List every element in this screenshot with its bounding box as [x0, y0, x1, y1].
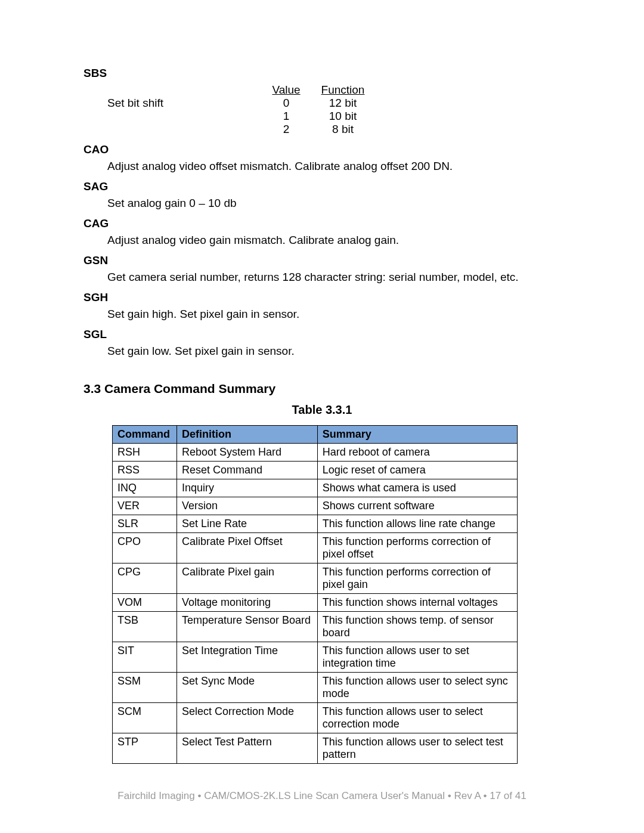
- sbs-function: 8 bit: [310, 123, 376, 136]
- table-row: RSH Reboot System Hard Hard reboot of ca…: [113, 444, 518, 462]
- def-heading: GSN: [83, 254, 561, 267]
- footer: Fairchild Imaging • CAM/CMOS-2K.LS Line …: [0, 790, 644, 802]
- def-desc: Set gain high. Set pixel gain in sensor.: [107, 308, 561, 321]
- sbs-function: 10 bit: [310, 110, 376, 123]
- cell-command: VER: [113, 497, 177, 515]
- table-row: SSM Set Sync Mode This function allows u…: [113, 673, 518, 703]
- table-row: CPG Calibrate Pixel gain This function p…: [113, 563, 518, 594]
- cell-command: SLR: [113, 515, 177, 533]
- cell-summary: Hard reboot of camera: [317, 444, 517, 462]
- cell-command: RSH: [113, 444, 177, 462]
- table-row: CPO Calibrate Pixel Offset This function…: [113, 533, 518, 563]
- cell-command: CPO: [113, 533, 177, 563]
- def-item: GSN Get camera serial number, returns 12…: [83, 254, 561, 284]
- def-desc: Adjust analog video offset mismatch. Cal…: [107, 160, 561, 173]
- cell-command: CPG: [113, 563, 177, 594]
- cell-command: SSM: [113, 673, 177, 703]
- sbs-table: Value Function Set bit shift 0 12 bit 1 …: [107, 83, 561, 136]
- def-desc: Adjust analog video gain mismatch. Calib…: [107, 234, 561, 247]
- table-row: STP Select Test Pattern This function al…: [113, 733, 518, 764]
- cell-summary: Logic reset of camera: [317, 462, 517, 479]
- cell-definition: Select Test Pattern: [177, 733, 317, 764]
- def-item: CAG Adjust analog video gain mismatch. C…: [83, 217, 561, 247]
- def-heading: SAG: [83, 180, 561, 193]
- page: SBS Value Function Set bit shift 0 12 bi…: [0, 0, 644, 833]
- cell-definition: Reset Command: [177, 462, 317, 479]
- cell-summary: This function allows user to set integra…: [317, 642, 517, 673]
- table-row: VOM Voltage monitoring This function sho…: [113, 594, 518, 612]
- def-desc: Get camera serial number, returns 128 ch…: [107, 271, 561, 284]
- cell-summary: Shows what camera is used: [317, 479, 517, 497]
- table-row: SCM Select Correction Mode This function…: [113, 703, 518, 733]
- cell-command: INQ: [113, 479, 177, 497]
- cell-summary: Shows current software: [317, 497, 517, 515]
- cell-definition: Voltage monitoring: [177, 594, 317, 612]
- cell-summary: This function performs correction of pix…: [317, 533, 517, 563]
- def-desc: Set gain low. Set pixel gain in sensor.: [107, 345, 561, 358]
- th-definition: Definition: [177, 426, 317, 444]
- sbs-empty-cell: [107, 83, 262, 97]
- table-caption: Table 3.3.1: [83, 403, 561, 417]
- table-row: RSS Reset Command Logic reset of camera: [113, 462, 518, 479]
- cell-definition: Temperature Sensor Board: [177, 612, 317, 642]
- cell-definition: Version: [177, 497, 317, 515]
- th-command: Command: [113, 426, 177, 444]
- def-item: CAO Adjust analog video offset mismatch.…: [83, 143, 561, 173]
- cell-summary: This function shows internal voltages: [317, 594, 517, 612]
- sbs-value: 0: [262, 97, 310, 110]
- cell-command: STP: [113, 733, 177, 764]
- def-heading: SGL: [83, 328, 561, 341]
- cell-definition: Inquiry: [177, 479, 317, 497]
- cell-summary: This function allows user to select test…: [317, 733, 517, 764]
- table-header-row: Command Definition Summary: [113, 426, 518, 444]
- sbs-empty-cell: [107, 110, 262, 123]
- def-item: SGL Set gain low. Set pixel gain in sens…: [83, 328, 561, 358]
- sbs-header-function: Function: [310, 83, 376, 97]
- sbs-empty-cell: [107, 123, 262, 136]
- def-heading: CAG: [83, 217, 561, 230]
- section-heading: 3.3 Camera Command Summary: [83, 382, 561, 396]
- cell-summary: This function performs correction of pix…: [317, 563, 517, 594]
- sbs-value: 2: [262, 123, 310, 136]
- cell-summary: This function shows temp. of sensor boar…: [317, 612, 517, 642]
- cell-command: VOM: [113, 594, 177, 612]
- cell-command: TSB: [113, 612, 177, 642]
- table-row: VER Version Shows current software: [113, 497, 518, 515]
- def-desc: Set analog gain 0 – 10 db: [107, 197, 561, 210]
- cell-summary: This function allows user to select corr…: [317, 703, 517, 733]
- table-row: SIT Set Integration Time This function a…: [113, 642, 518, 673]
- cell-command: RSS: [113, 462, 177, 479]
- table-row: INQ Inquiry Shows what camera is used: [113, 479, 518, 497]
- cell-summary: This function allows line rate change: [317, 515, 517, 533]
- cell-definition: Set Line Rate: [177, 515, 317, 533]
- sbs-function: 12 bit: [310, 97, 376, 110]
- command-summary-table: Command Definition Summary RSH Reboot Sy…: [112, 425, 518, 764]
- cell-definition: Set Integration Time: [177, 642, 317, 673]
- cell-summary: This function allows user to select sync…: [317, 673, 517, 703]
- heading-sbs: SBS: [83, 67, 561, 80]
- th-summary: Summary: [317, 426, 517, 444]
- cell-definition: Select Correction Mode: [177, 703, 317, 733]
- def-item: SAG Set analog gain 0 – 10 db: [83, 180, 561, 210]
- cell-definition: Set Sync Mode: [177, 673, 317, 703]
- def-heading: SGH: [83, 291, 561, 304]
- sbs-value: 1: [262, 110, 310, 123]
- sbs-header-value: Value: [262, 83, 310, 97]
- cell-command: SIT: [113, 642, 177, 673]
- sbs-label: Set bit shift: [107, 97, 262, 110]
- cell-definition: Reboot System Hard: [177, 444, 317, 462]
- cell-definition: Calibrate Pixel Offset: [177, 533, 317, 563]
- def-heading: CAO: [83, 143, 561, 156]
- def-item: SGH Set gain high. Set pixel gain in sen…: [83, 291, 561, 321]
- cell-command: SCM: [113, 703, 177, 733]
- table-row: TSB Temperature Sensor Board This functi…: [113, 612, 518, 642]
- cell-definition: Calibrate Pixel gain: [177, 563, 317, 594]
- table-row: SLR Set Line Rate This function allows l…: [113, 515, 518, 533]
